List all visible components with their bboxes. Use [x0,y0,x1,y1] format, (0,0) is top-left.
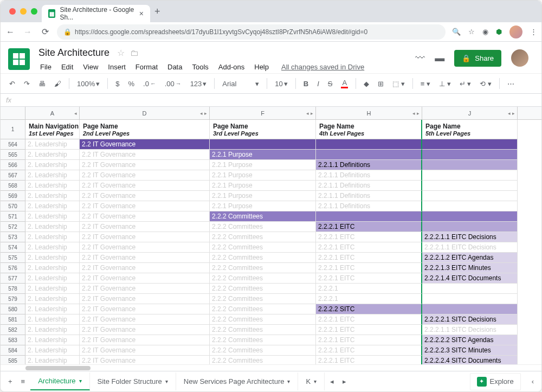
minimize-window-button[interactable] [20,8,27,15]
explore-button[interactable]: ✦ Explore [470,373,521,390]
cell[interactable]: 2.2.2.1 EITC [316,232,422,242]
cell[interactable]: 2.2.1.1 Definitions [316,160,422,170]
star-document-button[interactable]: ☆ [117,48,125,58]
sheet-tab[interactable]: K ▾ [298,372,325,390]
cell[interactable]: 2.2.2.1 EITC [316,335,422,345]
cell[interactable]: 2.2.2 Committees [210,325,316,335]
cell[interactable]: 2.2.1.1 Definitions [316,170,422,181]
cell[interactable]: 2.2 IT Governance [80,201,210,211]
cell[interactable]: 2.2 IT Governance [80,242,210,253]
cell[interactable]: 2.2.2 Committees [210,356,316,364]
cell[interactable]: 2.2.2.2.3 SITC Minutes [422,345,518,356]
tab-scroll-right[interactable]: ▸ [339,375,350,388]
fill-color-button[interactable]: ◆ [360,78,372,90]
v-align-button[interactable]: ⊥ ▾ [436,78,454,90]
cell[interactable]: 2. Leadership [25,160,80,170]
cell[interactable]: 2.2.1.1 Definitions [316,201,422,211]
row-header[interactable]: 576 [1,263,25,273]
menu-help[interactable]: Help [250,61,273,73]
cell[interactable]: 2.2.2.1.2 EITC Agendas [422,253,518,263]
cell[interactable]: 2.2.1 Purpose [210,170,316,181]
cell[interactable] [422,222,518,232]
cell[interactable]: 2.2.2.1 [316,294,422,304]
cell[interactable]: 2.2 IT Governance [80,356,210,364]
profile-avatar[interactable] [509,25,522,38]
column-header-D[interactable]: D◂ ▸ [80,107,210,119]
row-header[interactable]: 572 [1,222,25,232]
cell[interactable]: 2. Leadership [25,263,80,273]
header-cell[interactable]: Page Name3rd Level Pages [210,120,316,139]
cell[interactable]: 2.2.2.2 SITC [316,304,422,314]
cell[interactable]: 2. Leadership [25,139,80,150]
grid-body[interactable]: 1 Main Navigation1st Level PagesPage Nam… [1,120,541,364]
font-dropdown[interactable]: Arial ▾ [219,78,262,90]
column-header-A[interactable]: A◂ [25,107,80,119]
cell[interactable]: 2.2 IT Governance [80,191,210,201]
strikethrough-button[interactable]: S [325,78,336,90]
menu-file[interactable]: File [36,61,55,73]
row-header[interactable]: 570 [1,201,25,211]
cell[interactable]: 2.2.1 Purpose [210,150,316,160]
row-header[interactable]: 575 [1,253,25,263]
cell[interactable]: 2.2.2.2.2 SITC Agendas [422,335,518,345]
cell[interactable]: 2.2.2 Committees [210,211,316,222]
cell[interactable]: 2.2.2.1 [316,284,422,294]
cell[interactable]: 2. Leadership [25,222,80,232]
row-header[interactable]: 579 [1,294,25,304]
all-sheets-button[interactable]: ≡ [18,375,29,388]
cell[interactable]: 2. Leadership [25,253,80,263]
row-header[interactable]: 584 [1,345,25,356]
close-window-button[interactable] [9,8,16,15]
cell[interactable]: 2.2.2.1 EITC [316,222,422,232]
cell[interactable]: 2.2 IT Governance [80,304,210,314]
column-header-H[interactable]: H◂ ▸ [316,107,422,119]
cell[interactable]: 2.2 IT Governance [80,232,210,242]
search-icon[interactable]: 🔍 [452,28,461,36]
cell[interactable] [422,294,518,304]
close-tab-button[interactable]: × [139,9,144,18]
add-sheet-button[interactable]: + [5,375,16,388]
column-header-J[interactable]: J◂ ▸ [422,107,518,119]
cell[interactable]: 2.2.2 Committees [210,304,316,314]
cell[interactable]: 2.2 IT Governance [80,160,210,170]
cell[interactable]: 2.2 IT Governance [80,222,210,232]
back-button[interactable]: ← [5,27,16,37]
increase-decimal-button[interactable]: .00→ [162,78,185,90]
sheets-logo[interactable] [8,48,30,70]
forward-button[interactable]: → [22,27,33,37]
menu-tools[interactable]: Tools [188,61,212,73]
horizontal-scrollbar[interactable] [1,364,541,371]
menu-insert[interactable]: Insert [104,61,130,73]
cell[interactable]: 2. Leadership [25,201,80,211]
cell[interactable]: 2.2.2 Committees [210,242,316,253]
cell[interactable]: 2.2 IT Governance [80,150,210,160]
header-cell[interactable]: Main Navigation1st Level Pages [25,120,80,139]
select-all-corner[interactable] [1,107,25,119]
cell[interactable]: 2.2.2 Committees [210,253,316,263]
row-header[interactable]: 564 [1,139,25,150]
bold-button[interactable]: B [300,78,312,90]
cell[interactable]: 2.2.1.1 Definitions [316,191,422,201]
cell[interactable]: 2. Leadership [25,314,80,325]
merge-cells-button[interactable]: ⬚ ▾ [389,78,408,90]
cell[interactable] [422,139,518,150]
text-wrap-button[interactable]: ↵ ▾ [456,78,475,90]
apps-icon[interactable]: ◉ [482,28,488,36]
borders-button[interactable]: ⊞ [375,78,387,90]
cell[interactable]: 2.2.2.2.1 SITC Decisions [422,314,518,325]
redo-button[interactable]: ↷ [21,78,33,90]
cell[interactable]: 2.2.2.1 EITC [316,356,422,364]
cell[interactable]: 2.2 IT Governance [80,263,210,273]
cell[interactable] [422,191,518,201]
cell[interactable] [422,170,518,181]
cell[interactable]: 2.2 IT Governance [80,139,210,150]
cell[interactable]: 2.2.2.1.4 EITC Documents [422,273,518,284]
cell[interactable]: 2.2.2 Committees [210,263,316,273]
text-color-button[interactable]: A [338,76,351,91]
cell[interactable] [422,304,518,314]
save-status[interactable]: All changes saved in Drive [281,63,364,71]
formula-bar[interactable]: fx [1,94,541,107]
cell[interactable]: 2.2.1 Purpose [210,181,316,191]
cell[interactable]: 2.2 IT Governance [80,211,210,222]
cell[interactable]: 2.2.2 Committees [210,345,316,356]
